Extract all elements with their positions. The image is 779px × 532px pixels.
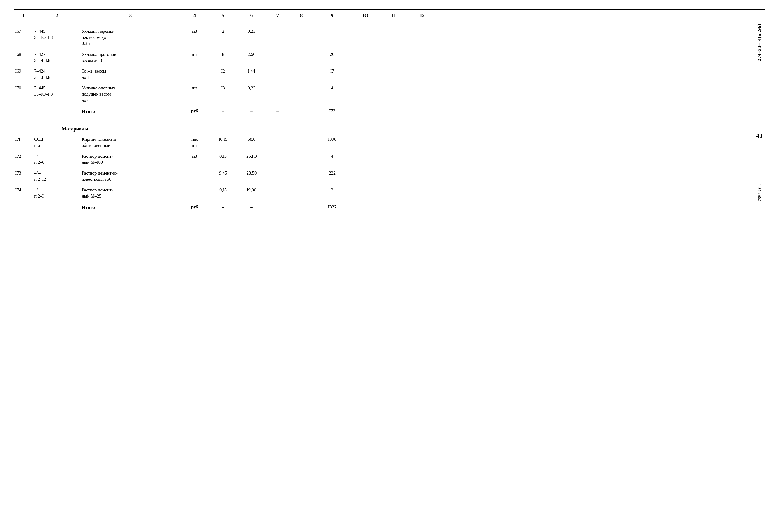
row-168-id: I68 <box>14 51 33 58</box>
row-172-desc: Раствор цемент-ный М–I00 <box>81 153 180 166</box>
total-col7: – <box>266 108 290 115</box>
total-col6: – <box>237 108 266 115</box>
table-row: I69 7–42438–3–I.8 То же, весомдо I т " I… <box>14 66 765 82</box>
row-170-id: I70 <box>14 84 33 91</box>
row-169-code: 7–42438–3–I.8 <box>33 68 81 81</box>
row-169-id: I69 <box>14 68 33 75</box>
header-col-9: 9 <box>313 12 351 18</box>
row-171-desc: Кирпич глиняныйобыкновенный <box>81 136 180 149</box>
row-172-unit: м3 <box>180 153 209 160</box>
row-167-unit: м3 <box>180 28 209 35</box>
header-col-10: IO <box>351 12 380 18</box>
header-col-11: II <box>380 12 408 18</box>
row-167-id: I67 <box>14 28 33 35</box>
table-row: I72 –"–п 2–6 Раствор цемент-ный М–I00 м3… <box>14 151 765 168</box>
header-row: I 2 3 4 5 6 7 8 9 IO II I2 <box>14 9 765 21</box>
row-171-col8 <box>290 136 313 137</box>
row-174-col8 <box>290 186 313 187</box>
total-col9: I72 <box>313 108 351 115</box>
row-173-col11 <box>380 170 408 171</box>
table-body: I67 7–44538–IO–I.8 Укладка перемы-чек ве… <box>14 26 765 216</box>
row-174-col7 <box>266 186 290 187</box>
row-173-code: –"–п 2–I2 <box>33 170 81 183</box>
header-col-7: 7 <box>266 12 290 18</box>
header-col-6: 6 <box>237 12 266 18</box>
row-170-desc: Укладка опорныхподушек весомдо 0,1 т <box>81 84 180 104</box>
row-169-col6: I,44 <box>237 68 266 75</box>
row-167-col8 <box>290 28 313 29</box>
header-col-4: 4 <box>180 12 209 18</box>
table-row-total: Итого руб – – – I72 <box>14 106 765 120</box>
row-169-unit: " <box>180 68 209 75</box>
mat-total-col6: – <box>237 203 266 211</box>
total-desc: Итого <box>81 108 180 115</box>
mat-total-code <box>33 203 81 204</box>
row-168-col10 <box>351 51 380 52</box>
total-col5: – <box>209 108 237 115</box>
row-168-col6: 2,50 <box>237 51 266 58</box>
row-173-col10 <box>351 170 380 171</box>
row-171-col5: I6,I5 <box>209 136 237 143</box>
row-172-col5: 0,I5 <box>209 153 237 160</box>
row-170-col10 <box>351 84 380 85</box>
row-168-unit: шт <box>180 51 209 58</box>
row-174-col11 <box>380 186 408 187</box>
row-170-col12 <box>408 84 437 85</box>
row-170-col5: I3 <box>209 84 237 91</box>
row-174-col12 <box>408 186 437 187</box>
row-169-col10 <box>351 68 380 69</box>
row-170-col7 <box>266 84 290 85</box>
row-173-col6: 23,50 <box>237 170 266 177</box>
row-169-col12 <box>408 68 437 69</box>
bottom-right-label: 76528-03 <box>757 184 762 202</box>
row-172-col8 <box>290 153 313 154</box>
row-168-col8 <box>290 51 313 52</box>
row-172-col9: 4 <box>313 153 351 160</box>
table-row: I73 –"–п 2–I2 Раствор цементно-известков… <box>14 168 765 185</box>
table-row: I70 7–44538–IO–I.8 Укладка опорныхподуше… <box>14 82 765 106</box>
row-168-col9: 20 <box>313 51 351 58</box>
row-167-col5: 2 <box>209 28 237 35</box>
row-167-col6: 0,23 <box>237 28 266 35</box>
row-173-unit: " <box>180 170 209 177</box>
mat-total-col10 <box>351 203 380 204</box>
row-167-col10 <box>351 28 380 29</box>
row-173-col9: 222 <box>313 170 351 177</box>
row-172-id: I72 <box>14 153 33 160</box>
row-168-col11 <box>380 51 408 52</box>
row-168-col12 <box>408 51 437 52</box>
header-col-12: I2 <box>408 12 437 18</box>
row-167-col12 <box>408 28 437 29</box>
row-169-col8 <box>290 68 313 69</box>
materials-label: Материалы <box>62 126 88 132</box>
row-169-desc: То же, весомдо I т <box>81 68 180 81</box>
row-174-col10 <box>351 186 380 187</box>
table-row: I74 –"–п 2–I Раствор цемент-ный М–25 " 0… <box>14 185 765 201</box>
row-170-col9: 4 <box>313 84 351 91</box>
row-171-col11 <box>380 136 408 137</box>
row-174-col9: 3 <box>313 186 351 194</box>
row-172-code: –"–п 2–6 <box>33 153 81 166</box>
table-row-materials-total: Итого руб – – I327 <box>14 202 765 216</box>
row-168-code: 7–42738–4–I.8 <box>33 51 81 64</box>
row-174-col6: I9,80 <box>237 186 266 194</box>
row-169-col7 <box>266 68 290 69</box>
row-174-desc: Раствор цемент-ный М–25 <box>81 186 180 199</box>
row-172-col11 <box>380 153 408 154</box>
row-168-col5: 8 <box>209 51 237 58</box>
total-id <box>14 108 33 109</box>
row-171-col10 <box>351 136 380 137</box>
row-167-col7 <box>266 28 290 29</box>
mat-total-col12 <box>408 203 437 204</box>
row-173-col5: 9,45 <box>209 170 237 177</box>
header-col-3: 3 <box>81 12 180 18</box>
mat-total-col8 <box>290 203 313 204</box>
header-col-2: 2 <box>33 12 81 18</box>
row-174-id: I74 <box>14 186 33 194</box>
total-code <box>33 108 81 109</box>
page-container: 274–33–I4(ш.96) 40 76528-03 I 2 3 4 5 6 … <box>14 9 765 216</box>
table-row: I7I ССЦп 6–I Кирпич глиняныйобыкновенный… <box>14 134 765 151</box>
row-174-unit: " <box>180 186 209 194</box>
mat-total-desc: Итого <box>81 203 180 211</box>
row-171-col6: 68,0 <box>237 136 266 143</box>
